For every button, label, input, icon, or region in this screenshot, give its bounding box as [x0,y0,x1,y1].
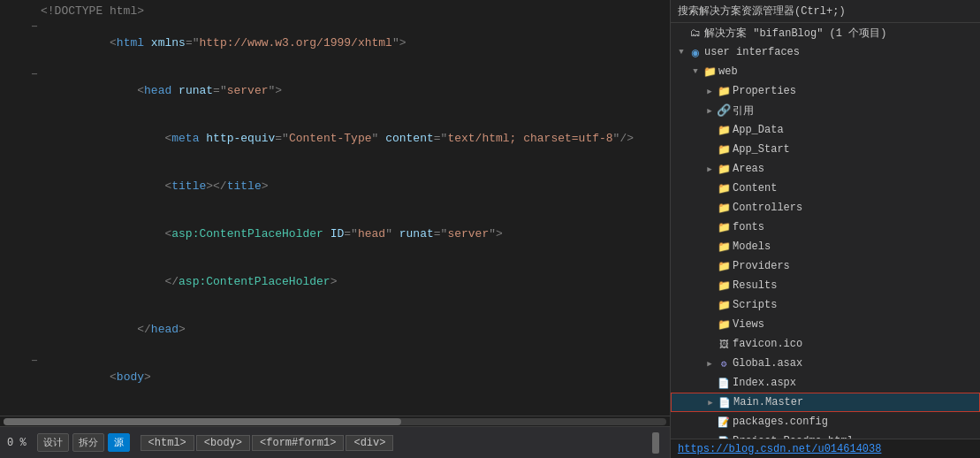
source-button[interactable]: 源 [108,433,130,452]
scrollbar-track[interactable] [4,418,666,425]
code-line: ─ <html xmlns="http://www.w3.org/1999/xh… [0,19,670,67]
breadcrumb-html[interactable]: <html> [141,435,194,451]
line-content: <html xmlns="http://www.w3.org/1999/xhtm… [41,19,666,67]
controllers-label: Controllers [733,202,802,214]
global-asax-label: Global.asax [733,357,802,370]
tree-item-app-data[interactable]: 📁 App_Data [671,120,980,140]
tree-item-properties[interactable]: 📁 Properties [671,81,980,101]
tree-item-controllers[interactable]: 📁 Controllers [671,198,980,218]
scripts-arrow [703,298,717,312]
tree-item-favicon[interactable]: 🖼 favicon.ico [671,334,980,354]
areas-icon: 📁 [717,162,731,176]
code-line: <asp:ContentPlaceHolder ID="head" runat=… [0,210,670,258]
line-content: <meta http-equiv="Content-Type" content=… [41,115,666,163]
main-master-icon: 📄 [718,395,732,409]
code-line: ─ <head runat="server"> [0,67,670,115]
line-content: <!DOCTYPE html> [41,4,666,19]
tree-item-scripts[interactable]: 📁 Scripts [671,295,980,315]
tree-item-views[interactable]: 📁 Views [671,315,980,334]
user-interfaces-arrow[interactable] [674,45,688,59]
packages-config-arrow [703,415,717,429]
main-master-arrow[interactable] [703,395,718,409]
tree-item-fonts[interactable]: 📁 fonts [671,218,980,237]
design-button[interactable]: 设计 [37,433,69,452]
tree-item-index-aspx[interactable]: 📄 Index.aspx [671,373,980,393]
line-content: <asp:ContentPlaceHolder ID="head" runat=… [41,210,666,258]
code-line: <!DOCTYPE html> [0,4,670,19]
panel-footer: https://blog.csdn.net/u014614038 [671,439,980,458]
packages-config-icon: 📝 [717,415,731,429]
tree-item-results[interactable]: 📁 Results [671,276,980,295]
controllers-icon: 📁 [717,201,731,215]
fonts-icon: 📁 [717,220,731,234]
code-line: </asp:ContentPlaceHolder> [0,258,670,306]
controllers-arrow [703,201,717,215]
index-aspx-icon: 📄 [717,376,731,390]
collapse-icon[interactable]: ─ [28,354,41,370]
fonts-arrow [703,220,717,234]
references-icon: 🔗 [717,103,731,118]
web-arrow[interactable] [688,65,703,79]
properties-label: Properties [733,85,796,97]
breadcrumb-body[interactable]: <body> [196,435,250,451]
scripts-icon: 📁 [717,298,731,312]
tree-item-areas[interactable]: 📁 Areas [671,159,980,179]
app-start-icon: 📁 [717,142,731,156]
scroll-indicator[interactable] [652,432,659,454]
packages-config-label: packages.config [733,416,828,428]
tree-item-models[interactable]: 📁 Models [671,237,980,256]
tree-item-packages-config[interactable]: 📝 packages.config [671,412,980,431]
tree-item-user-interfaces[interactable]: ◉ user interfaces [671,42,980,62]
tree-item-solution[interactable]: 🗂 解决方案 "bifanBlog" (1 个项目) [671,23,980,42]
tree-item-project-readme[interactable]: 📄 Project_Readme.html [671,431,980,439]
favicon-arrow [703,337,717,351]
providers-arrow [703,259,717,273]
app-data-arrow [703,123,717,137]
tree-item-references[interactable]: 🔗 引用 [671,101,980,120]
references-label: 引用 [733,103,754,118]
app-data-icon: 📁 [717,123,731,137]
line-content: </asp:ContentPlaceHolder> [41,258,666,306]
tree-item-global-asax[interactable]: ⚙ Global.asax [671,354,980,373]
models-icon: 📁 [717,240,731,254]
line-content: <body> [41,354,666,401]
line-content: </head> [41,306,666,354]
tree-item-web[interactable]: 📁 web [671,62,980,81]
tree-item-app-start[interactable]: 📁 App_Start [671,140,980,159]
scrollbar-thumb[interactable] [4,418,401,425]
project-icon: ◉ [688,45,703,59]
tree-item-main-master[interactable]: 📄 Main.Master [671,393,980,412]
references-arrow[interactable] [703,103,717,118]
properties-arrow[interactable] [703,84,717,98]
editor-scrollbar[interactable] [0,416,670,426]
split-button[interactable]: 拆分 [72,433,104,452]
tree-item-content[interactable]: 📁 Content [671,179,980,198]
code-line: ─ <body> [0,354,670,401]
views-icon: 📁 [717,317,731,332]
zoom-label: 0 % [7,437,27,449]
solution-panel: 搜索解决方案资源管理器(Ctrl+;) 🗂 解决方案 "bifanBlog" (… [671,0,980,458]
areas-label: Areas [733,163,764,175]
web-folder-icon: 📁 [703,65,717,79]
editor-area: <!DOCTYPE html> ─ <html xmlns="http://ww… [0,0,671,458]
url-link[interactable]: https://blog.csdn.net/u014614038 [678,443,881,455]
solution-icon: 🗂 [688,26,703,40]
global-asax-arrow[interactable] [703,356,717,370]
properties-icon: 📁 [717,84,731,98]
main-master-label: Main.Master [733,396,803,408]
code-line: <form id="form1" runat="server"> [0,401,670,416]
areas-arrow[interactable] [703,162,717,176]
breadcrumb-div[interactable]: <div> [346,435,393,451]
collapse-icon[interactable]: ─ [28,19,41,35]
content-arrow [703,181,717,195]
favicon-icon: 🖼 [717,337,731,351]
code-line: <title></title> [0,163,670,210]
app-start-label: App_Start [733,143,790,156]
status-bar: 0 % 设计 拆分 源 <html> <body> <form#form1> <… [0,426,670,458]
breadcrumb-form[interactable]: <form#form1> [252,435,344,451]
code-content: <!DOCTYPE html> ─ <html xmlns="http://ww… [0,0,670,416]
app-start-arrow [703,142,717,156]
tree-area[interactable]: 🗂 解决方案 "bifanBlog" (1 个项目) ◉ user interf… [671,23,980,439]
tree-item-providers[interactable]: 📁 Providers [671,256,980,276]
collapse-icon[interactable]: ─ [28,67,41,83]
